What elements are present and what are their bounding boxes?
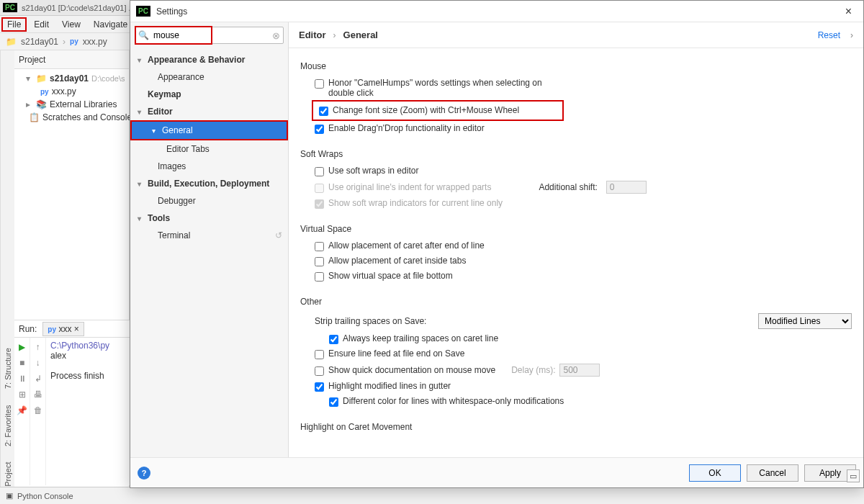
opt-virtual-bottom[interactable]: Show virtual space at file bottom xyxy=(300,269,852,284)
nav-tools[interactable]: ▾Tools xyxy=(130,210,288,227)
project-panel-header: Project xyxy=(14,50,129,69)
annotation-highlight: ▾General xyxy=(130,120,288,140)
search-input[interactable] xyxy=(152,29,272,42)
pin-icon[interactable]: 📌 xyxy=(17,405,27,415)
checkbox[interactable] xyxy=(315,382,324,392)
breadcrumb-project[interactable]: s21day01 xyxy=(21,37,58,47)
stop-icon[interactable]: ■ xyxy=(19,358,24,368)
close-icon[interactable]: × xyxy=(840,5,858,18)
menu-view[interactable]: View xyxy=(56,17,86,32)
hide-tool-windows-button[interactable]: ▭ xyxy=(847,469,860,482)
opt-dragndrop[interactable]: Enable Drag'n'Drop functionality in edit… xyxy=(300,121,852,136)
pycharm-badge-icon: PC xyxy=(136,6,150,17)
opt-diff-color[interactable]: Different color for lines with whitespac… xyxy=(300,394,852,409)
run-console[interactable]: C:\Python36\py alex Process finish xyxy=(46,338,130,485)
pause-icon[interactable]: ⏸ xyxy=(18,374,27,384)
nav-editor-tabs[interactable]: Editor Tabs xyxy=(130,140,288,158)
settings-search[interactable]: 🔍 ⊗ xyxy=(135,27,284,44)
run-controls-right: ↑ ↓ ↲ 🖶 🗑 xyxy=(30,338,46,485)
nav-appearance-behavior[interactable]: ▾Appearance & Behavior xyxy=(130,51,288,68)
checkbox[interactable] xyxy=(319,107,328,116)
checkbox[interactable] xyxy=(315,366,324,376)
opt-highlight-gutter[interactable]: Highlight modified lines in gutter xyxy=(300,379,852,394)
opt-quick-doc[interactable]: Show quick documentation on mouse move D… xyxy=(300,361,852,379)
nav-build[interactable]: ▾Build, Execution, Deployment xyxy=(130,175,288,192)
menu-edit[interactable]: Edit xyxy=(28,17,55,32)
settings-search-wrap: 🔍 ⊗ xyxy=(130,22,288,48)
ide-statusbar: ▣ Python Console xyxy=(0,487,864,504)
checkbox[interactable] xyxy=(315,350,324,359)
opt-ensure-lf[interactable]: Ensure line feed at file end on Save xyxy=(300,346,852,361)
menu-navigate[interactable]: Navigate xyxy=(88,17,133,32)
nav-terminal[interactable]: Terminal↺ xyxy=(130,227,288,244)
play-icon[interactable]: ▶ xyxy=(19,342,25,352)
section-softwraps: Soft Wraps xyxy=(300,149,852,159)
tree-scratches-label: Scratches and Consoles xyxy=(42,112,136,122)
opt-use-softwraps[interactable]: Use soft wraps in editor xyxy=(300,163,852,179)
checkbox[interactable] xyxy=(315,79,324,89)
project-path: D:\code\s xyxy=(91,74,125,83)
checkbox xyxy=(315,199,324,209)
checkbox[interactable] xyxy=(315,242,324,251)
print-icon[interactable]: 🖶 xyxy=(34,390,42,400)
nav-images[interactable]: Images xyxy=(130,158,288,175)
checkbox[interactable] xyxy=(329,335,338,344)
help-icon[interactable]: ? xyxy=(138,467,150,480)
section-caret-movement: Highlight on Caret Movement xyxy=(300,422,852,432)
nav-general[interactable]: ▾General xyxy=(132,122,287,139)
nav-keymap[interactable]: Keymap xyxy=(130,86,288,103)
ide-title: s21day01 [D:\code\s21day01] .... xyxy=(22,4,138,12)
strip-select[interactable]: Modified Lines xyxy=(758,313,852,329)
run-controls-left: ▶ ■ ⏸ ⊞ 📌 xyxy=(14,338,30,485)
opt-keep-trailing[interactable]: Always keep trailing spaces on caret lin… xyxy=(300,331,852,346)
opt-caret-after-end[interactable]: Allow placement of caret after end of li… xyxy=(300,238,852,253)
nav-editor[interactable]: ▾Editor xyxy=(130,103,288,120)
checkbox[interactable] xyxy=(329,397,338,407)
trash-icon[interactable]: 🗑 xyxy=(34,405,42,415)
run-tab-label: xxx xyxy=(58,324,71,334)
cancel-button[interactable]: Cancel xyxy=(747,464,798,482)
ok-button[interactable]: OK xyxy=(689,464,741,482)
project-tree: ▾ 📁 s21day01 D:\code\s py xxx.py ▸ 📚 Ext… xyxy=(14,69,129,127)
wrap-icon[interactable]: ↲ xyxy=(35,374,42,384)
breadcrumb-file[interactable]: xxx.py xyxy=(83,37,107,47)
clear-icon[interactable]: ⊗ xyxy=(272,30,280,41)
up-icon[interactable]: ↑ xyxy=(36,342,40,352)
close-icon[interactable]: × xyxy=(74,324,79,334)
down-icon[interactable]: ↓ xyxy=(36,358,40,368)
section-virtual: Virtual Space xyxy=(300,224,852,234)
checkbox[interactable] xyxy=(315,272,324,282)
rail-favorites[interactable]: 2: Favorites xyxy=(2,402,14,449)
tree-project-root[interactable]: ▾ 📁 s21day01 D:\code\s xyxy=(14,72,129,85)
menu-file[interactable]: File xyxy=(1,17,27,32)
run-tab[interactable]: py xxx × xyxy=(42,322,84,336)
opt-caret-inside-tabs[interactable]: Allow placement of caret inside tabs xyxy=(300,253,852,269)
crumb-editor[interactable]: Editor xyxy=(299,30,326,40)
layout-icon[interactable]: ⊞ xyxy=(19,390,26,400)
folder-icon: 📁 xyxy=(6,37,17,47)
nav-appearance[interactable]: Appearance xyxy=(130,68,288,86)
rail-structure[interactable]: 7: Structure xyxy=(2,345,14,392)
tree-file[interactable]: py xxx.py xyxy=(14,85,129,98)
caret-down-icon: ▾ xyxy=(26,73,33,84)
chevron-right-icon: › xyxy=(333,30,336,40)
opt-strip-trailing: Strip trailing spaces on Save: Modified … xyxy=(300,311,852,331)
chevron-right-icon: › xyxy=(63,37,66,47)
pycharm-badge-icon: PC xyxy=(3,3,17,12)
reset-link[interactable]: Reset xyxy=(818,30,840,40)
label-additional-shift: Additional shift: xyxy=(539,182,597,192)
status-python-console[interactable]: Python Console xyxy=(17,492,73,500)
nav-debugger[interactable]: Debugger xyxy=(130,192,288,210)
tree-scratches[interactable]: 📋 Scratches and Consoles xyxy=(14,111,129,124)
chevron-right-icon[interactable]: › xyxy=(850,30,853,40)
checkbox[interactable] xyxy=(315,125,324,134)
checkbox[interactable] xyxy=(315,167,324,176)
opt-change-font-size[interactable]: Change font size (Zoom) with Ctrl+Mouse … xyxy=(316,103,559,118)
label-delay: Delay (ms): xyxy=(511,365,555,375)
tree-libs-label: External Libraries xyxy=(50,99,117,109)
label-strip: Strip trailing spaces on Save: xyxy=(315,316,426,326)
opt-honor-camelhumps[interactable]: Honor "CamelHumps" words settings when s… xyxy=(300,76,852,100)
python-file-icon: py xyxy=(48,325,56,333)
tree-external-libs[interactable]: ▸ 📚 External Libraries xyxy=(14,98,129,111)
checkbox[interactable] xyxy=(315,257,324,266)
